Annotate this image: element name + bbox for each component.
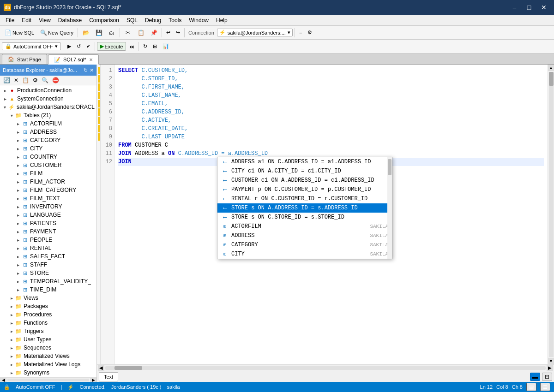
tree-expand-icon[interactable]: ▾ [8, 113, 15, 118]
tree-item-rental[interactable]: ▸⊞RENTAL [0, 244, 96, 252]
tree-expand-icon[interactable]: ▸ [8, 337, 15, 342]
menu-file[interactable]: File [2, 16, 18, 24]
toolbar-btn-chart[interactable]: 📊 [160, 41, 171, 52]
tree-item-productionconnection[interactable]: ▸●ProductionConnection [0, 86, 96, 95]
autocomplete-popup[interactable]: ⟵ADDRESS a1 ON C.ADDRESS_ID = a1.ADDRESS… [217, 157, 392, 259]
sidebar-filter-btn[interactable]: ⚙ [31, 77, 39, 84]
tree-expand-icon[interactable]: ▸ [15, 138, 21, 143]
tree-item-tables--21-[interactable]: ▾📁Tables (21) [0, 111, 96, 119]
autocomplete-item[interactable]: ⟵RENTAL r ON C.CUSTOMER_ID = r.CUSTOMER_… [217, 194, 392, 203]
toolbar-btn-format[interactable]: ≡ [297, 27, 304, 38]
tab-close-sql7[interactable]: ✕ [89, 57, 93, 62]
view-single-icon[interactable]: ▬ [530, 373, 540, 381]
tree-item-sakila-jordansanders-oracl[interactable]: ▾⚡sakila@JordanSanders:ORACL [0, 103, 96, 111]
tree-expand-icon[interactable]: ▸ [8, 312, 15, 317]
menu-database[interactable]: Database [54, 16, 85, 24]
tree-item-packages[interactable]: ▸📁Packages [0, 302, 96, 310]
tree-expand-icon[interactable]: ▸ [8, 354, 15, 359]
tree-item-film-actor[interactable]: ▸⊞FILM_ACTOR [0, 178, 96, 186]
tree-item-country[interactable]: ▸⊞COUNTRY [0, 153, 96, 161]
autocomplete-item[interactable]: ⊞CATEGORYSAKILA [217, 240, 392, 249]
tree-expand-icon[interactable]: ▸ [15, 154, 21, 160]
tree-item-payment[interactable]: ▸⊞PAYMENT [0, 227, 96, 236]
connection-dropdown[interactable]: ⚡ sakila@JordanSanders:... ▾ [217, 29, 293, 36]
sidebar-new-btn[interactable]: 🔄 [2, 77, 12, 84]
tree-expand-icon[interactable]: ▸ [2, 88, 8, 93]
tree-expand-icon[interactable]: ▸ [8, 362, 15, 367]
menu-window[interactable]: Window [185, 16, 212, 24]
tree-expand-icon[interactable]: ▸ [15, 204, 21, 209]
autocomplete-item[interactable]: ⟵PAYMENT p ON C.CUSTOMER_ID = p.CUSTOMER… [217, 185, 392, 194]
tab-start-page[interactable]: 🏠 Start Page [2, 54, 47, 64]
tree-expand-icon[interactable]: ▸ [8, 345, 15, 350]
toolbar-btn-options[interactable]: ⚙ [305, 27, 314, 38]
maximize-button[interactable]: □ [523, 3, 536, 12]
tree-item-materialized-view-logs[interactable]: ▸📁Materialized View Logs [0, 360, 96, 368]
view-split-icon[interactable]: ⊟ [542, 373, 552, 381]
tree-expand-icon[interactable]: ▸ [8, 321, 15, 326]
toolbar-btn-begin[interactable]: ▶ [65, 41, 73, 52]
tree-item-functions[interactable]: ▸📁Functions [0, 319, 96, 327]
tree-item-people[interactable]: ▸⊞PEOPLE [0, 236, 96, 244]
sidebar-refresh-icon[interactable]: ↻ [84, 67, 88, 73]
sidebar-delete-btn[interactable]: ✕ [12, 77, 20, 84]
menu-edit[interactable]: Edit [18, 16, 35, 24]
autocomplete-item[interactable]: ⊞ADDRESSSAKILA [217, 231, 392, 240]
tree-item-systemconnection[interactable]: ▸▲SystemConnection [0, 95, 96, 103]
sidebar-close-icon[interactable]: ✕ [90, 67, 94, 73]
autocomplete-scrollbar[interactable] [387, 157, 392, 259]
menu-comparison[interactable]: Comparison [85, 16, 123, 24]
scroll-right-icon[interactable]: ▶ [90, 378, 96, 382]
tree-expand-icon[interactable]: ▸ [2, 96, 8, 101]
tree-item-film-text[interactable]: ▸⊞FILM_TEXT [0, 194, 96, 202]
hscroll-right-icon[interactable]: ▶ [547, 365, 553, 371]
tree-expand-icon[interactable]: ▸ [15, 163, 21, 168]
tree-expand-icon[interactable]: ▸ [15, 146, 21, 151]
toolbar-btn-grid[interactable]: ⊞ [151, 41, 159, 52]
menu-debug[interactable]: Debug [141, 16, 165, 24]
autocommit-toggle[interactable]: 🔒 AutoCommit OFF ▾ [2, 42, 61, 50]
tree-item-patients[interactable]: ▸⊞PATIENTS [0, 219, 96, 227]
execute-button[interactable]: ▶ Execute [97, 42, 126, 51]
new-sql-button[interactable]: 📄 New SQL [2, 27, 36, 38]
tree-item-sales-fact[interactable]: ▸⊞SALES_FACT [0, 252, 96, 261]
autocomplete-item[interactable]: ⟵STORE s ON C.STORE_ID = s.STORE_ID [217, 213, 392, 222]
autocomplete-item[interactable]: ⟵CUSTOMER c1 ON A.ADDRESS_ID = c1.ADDRES… [217, 176, 392, 185]
tree-item-inventory[interactable]: ▸⊞INVENTORY [0, 202, 96, 211]
tree-item-city[interactable]: ▸⊞CITY [0, 144, 96, 153]
tree-expand-icon[interactable]: ▸ [15, 121, 21, 126]
tree-expand-icon[interactable]: ▸ [8, 329, 15, 334]
tree-expand-icon[interactable]: ▸ [15, 196, 21, 201]
toolbar-btn-rollback[interactable]: ↺ [74, 41, 83, 52]
tree-item-views[interactable]: ▸📁Views [0, 294, 96, 302]
tree-item-address[interactable]: ▸⊞ADDRESS [0, 128, 96, 136]
sidebar-scrollbar[interactable]: ◀ ▶ [0, 377, 96, 382]
tree-expand-icon[interactable]: ▸ [15, 188, 21, 193]
tree-expand-icon[interactable]: ▸ [15, 262, 21, 267]
tree-item-procedures[interactable]: ▸📁Procedures [0, 310, 96, 319]
tree-item-staff[interactable]: ▸⊞STAFF [0, 261, 96, 269]
tree-expand-icon[interactable]: ▸ [15, 171, 21, 176]
new-query-button[interactable]: 🔍 New Query [37, 27, 76, 38]
menu-sql[interactable]: SQL [123, 16, 141, 24]
tree-item-category[interactable]: ▸⊞CATEGORY [0, 136, 96, 144]
sidebar-search-btn[interactable]: 🔍 [40, 77, 50, 84]
tree-item-triggers[interactable]: ▸📁Triggers [0, 327, 96, 335]
tree-item-film[interactable]: ▸⊞FILM [0, 169, 96, 178]
tree-expand-icon[interactable]: ▸ [8, 370, 15, 375]
tree-item-temporal-validity-[interactable]: ▸⊞TEMPORAL_VALIDITY_ [0, 277, 96, 285]
tree-item-sequences[interactable]: ▸📁Sequences [0, 344, 96, 352]
window-controls[interactable]: ‒ □ ✕ [508, 3, 550, 12]
status-grid-view-icon[interactable]: ▤ [526, 383, 536, 391]
execute-step-button[interactable]: ⏭ [127, 41, 137, 52]
autocomplete-item[interactable]: ⊞CITYSAKILA [217, 249, 392, 259]
tree-expand-icon[interactable]: ▸ [15, 279, 21, 284]
tree-item-time-dim[interactable]: ▸⊞TIME_DIM [0, 285, 96, 294]
hscroll-left-icon[interactable]: ◀ [98, 365, 104, 371]
autocomplete-item[interactable]: ⟵STORE s ON A.ADDRESS_ID = s.ADDRESS_ID [217, 203, 392, 213]
tree-item-synonyms[interactable]: ▸📁Synonyms [0, 368, 96, 377]
toolbar-btn-undo[interactable]: ↩ [164, 27, 173, 38]
tree-item-film-category[interactable]: ▸⊞FILM_CATEGORY [0, 186, 96, 194]
editor-hscrollbar[interactable]: ◀ ▶ [97, 364, 554, 371]
tree-item-user-types[interactable]: ▸📁User Types [0, 335, 96, 344]
